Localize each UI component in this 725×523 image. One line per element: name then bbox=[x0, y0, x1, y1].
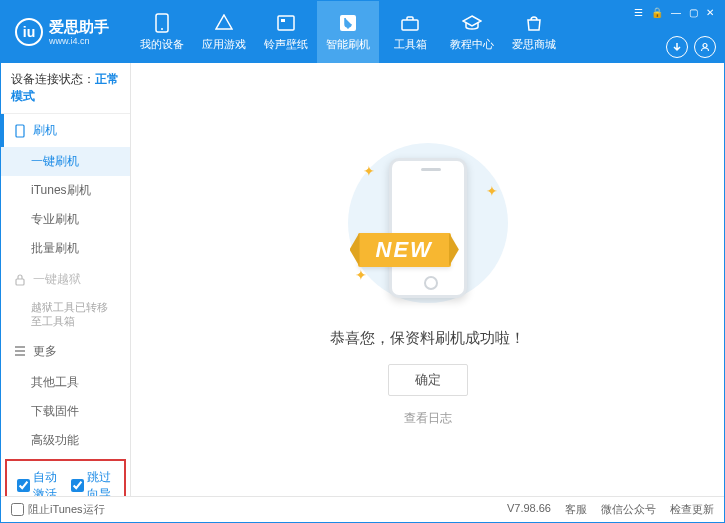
lock-icon bbox=[13, 273, 27, 287]
sidebar-item-oneclick[interactable]: 一键刷机 bbox=[1, 147, 130, 176]
brand-title: 爱思助手 bbox=[49, 18, 109, 36]
toolbox-icon bbox=[400, 13, 420, 33]
phone-icon bbox=[152, 13, 172, 33]
brand-text: 爱思助手 www.i4.cn bbox=[49, 18, 109, 47]
sidebar-flash-group: 刷机 一键刷机 iTunes刷机 专业刷机 批量刷机 bbox=[1, 114, 130, 263]
flash-icon bbox=[338, 13, 358, 33]
svg-rect-8 bbox=[16, 279, 24, 285]
footer-right: V7.98.66 客服 微信公众号 检查更新 bbox=[507, 502, 714, 517]
svg-rect-7 bbox=[16, 125, 24, 137]
sidebar-item-othertools[interactable]: 其他工具 bbox=[1, 368, 130, 397]
body: 设备连接状态：正常模式 刷机 一键刷机 iTunes刷机 专业刷机 批量刷机 一… bbox=[1, 63, 724, 496]
ok-button[interactable]: 确定 bbox=[388, 364, 468, 396]
main-content: ✦✦✦ NEW 恭喜您，保资料刷机成功啦！ 确定 查看日志 bbox=[131, 63, 724, 496]
footer: 阻止iTunes运行 V7.98.66 客服 微信公众号 检查更新 bbox=[1, 496, 724, 522]
store-icon bbox=[524, 13, 544, 33]
phone-icon bbox=[13, 124, 27, 138]
skip-guide-checkbox[interactable]: 跳过向导 bbox=[71, 469, 115, 496]
lock-icon[interactable]: 🔒 bbox=[649, 5, 665, 20]
nav-label: 智能刷机 bbox=[326, 37, 370, 52]
sidebar-item-advanced[interactable]: 高级功能 bbox=[1, 426, 130, 455]
sidebar-more-group: 更多 其他工具 下载固件 高级功能 bbox=[1, 335, 130, 455]
nav-my-device[interactable]: 我的设备 bbox=[131, 1, 193, 63]
header-right: ☰ 🔒 — ▢ ✕ bbox=[632, 1, 724, 63]
block-itunes-checkbox[interactable]: 阻止iTunes运行 bbox=[11, 502, 105, 517]
sidebar: 设备连接状态：正常模式 刷机 一键刷机 iTunes刷机 专业刷机 批量刷机 一… bbox=[1, 63, 131, 496]
nav-label: 我的设备 bbox=[140, 37, 184, 52]
illustration: ✦✦✦ NEW bbox=[353, 133, 503, 313]
nav-store[interactable]: 爱思商城 bbox=[503, 1, 565, 63]
download-icon[interactable] bbox=[666, 36, 688, 58]
device-status: 设备连接状态：正常模式 bbox=[1, 63, 130, 114]
sidebar-flash-header[interactable]: 刷机 bbox=[1, 114, 130, 147]
sidebar-item-batch[interactable]: 批量刷机 bbox=[1, 234, 130, 263]
nav-apps[interactable]: 应用游戏 bbox=[193, 1, 255, 63]
apps-icon bbox=[214, 13, 234, 33]
menu-icon[interactable]: ☰ bbox=[632, 5, 645, 20]
sidebar-group-label: 更多 bbox=[33, 343, 57, 360]
sidebar-more-header[interactable]: 更多 bbox=[1, 335, 130, 368]
success-message: 恭喜您，保资料刷机成功啦！ bbox=[330, 329, 525, 348]
brand: iu 爱思助手 www.i4.cn bbox=[1, 1, 131, 63]
header: iu 爱思助手 www.i4.cn 我的设备 应用游戏 铃声壁纸 智能刷机 bbox=[1, 1, 724, 63]
nav-label: 工具箱 bbox=[394, 37, 427, 52]
brand-url: www.i4.cn bbox=[49, 36, 109, 47]
top-nav: 我的设备 应用游戏 铃声壁纸 智能刷机 工具箱 教程中心 bbox=[131, 1, 632, 63]
logo-icon: iu bbox=[15, 18, 43, 46]
nav-label: 应用游戏 bbox=[202, 37, 246, 52]
new-banner: NEW bbox=[358, 233, 451, 267]
user-icons bbox=[666, 36, 716, 58]
menu-icon bbox=[13, 344, 27, 358]
options-row: 自动激活 跳过向导 bbox=[5, 459, 126, 496]
version-label: V7.98.66 bbox=[507, 502, 551, 517]
nav-toolbox[interactable]: 工具箱 bbox=[379, 1, 441, 63]
minimize-icon[interactable]: — bbox=[669, 5, 683, 20]
svg-point-6 bbox=[703, 44, 707, 48]
sidebar-jailbreak-group: 一键越狱 越狱工具已转移至工具箱 bbox=[1, 263, 130, 335]
jailbreak-note: 越狱工具已转移至工具箱 bbox=[1, 296, 130, 335]
sidebar-group-label: 刷机 bbox=[33, 122, 57, 139]
nav-tutorials[interactable]: 教程中心 bbox=[441, 1, 503, 63]
service-link[interactable]: 客服 bbox=[565, 502, 587, 517]
sidebar-item-download-fw[interactable]: 下载固件 bbox=[1, 397, 130, 426]
svg-rect-2 bbox=[278, 16, 294, 30]
auto-activate-checkbox[interactable]: 自动激活 bbox=[17, 469, 61, 496]
sidebar-group-label: 一键越狱 bbox=[33, 271, 81, 288]
sidebar-jailbreak-header[interactable]: 一键越狱 bbox=[1, 263, 130, 296]
status-label: 设备连接状态： bbox=[11, 72, 95, 86]
nav-label: 爱思商城 bbox=[512, 37, 556, 52]
wallpaper-icon bbox=[276, 13, 296, 33]
svg-point-1 bbox=[161, 28, 163, 30]
window-controls: ☰ 🔒 — ▢ ✕ bbox=[632, 5, 716, 20]
graduation-icon bbox=[462, 13, 482, 33]
maximize-icon[interactable]: ▢ bbox=[687, 5, 700, 20]
nav-label: 铃声壁纸 bbox=[264, 37, 308, 52]
view-log-link[interactable]: 查看日志 bbox=[404, 410, 452, 427]
svg-rect-5 bbox=[402, 20, 418, 30]
app-window: iu 爱思助手 www.i4.cn 我的设备 应用游戏 铃声壁纸 智能刷机 bbox=[0, 0, 725, 523]
update-link[interactable]: 检查更新 bbox=[670, 502, 714, 517]
wechat-link[interactable]: 微信公众号 bbox=[601, 502, 656, 517]
nav-ringtones[interactable]: 铃声壁纸 bbox=[255, 1, 317, 63]
user-icon[interactable] bbox=[694, 36, 716, 58]
nav-flash[interactable]: 智能刷机 bbox=[317, 1, 379, 63]
sidebar-item-pro[interactable]: 专业刷机 bbox=[1, 205, 130, 234]
nav-label: 教程中心 bbox=[450, 37, 494, 52]
close-icon[interactable]: ✕ bbox=[704, 5, 716, 20]
svg-rect-3 bbox=[281, 19, 285, 22]
sidebar-item-itunes[interactable]: iTunes刷机 bbox=[1, 176, 130, 205]
